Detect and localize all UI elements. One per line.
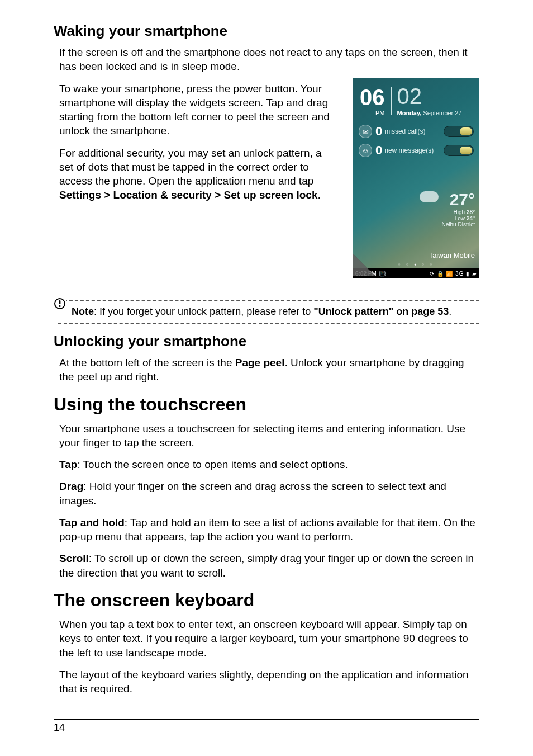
clock-date: Monday, September 27 bbox=[397, 110, 462, 116]
def-scroll: : To scroll up or down the screen, simpl… bbox=[59, 552, 474, 578]
note-tail: . bbox=[449, 306, 451, 317]
heading-touchscreen: Using the touchscreen bbox=[54, 394, 479, 415]
manual-page: Waking your smartphone If the screen is … bbox=[0, 0, 533, 756]
def-drag: : Hold your finger on the screen and dra… bbox=[59, 480, 446, 506]
signal-icon: ▮ bbox=[466, 271, 470, 277]
note-body: : If you forget your unlock pattern, ple… bbox=[94, 306, 313, 317]
missed-calls-count: 0 bbox=[375, 124, 382, 139]
clock-divider bbox=[391, 87, 392, 115]
note-text: Note: If you forget your unlock pattern,… bbox=[72, 306, 451, 317]
term-tap: Tap bbox=[59, 459, 77, 470]
weather-location: Neihu District bbox=[442, 221, 475, 228]
para-touch-drag: Drag: Hold your finger on the screen and… bbox=[54, 479, 479, 508]
missed-calls-row[interactable]: ✉ 0 missed call(s) bbox=[359, 124, 474, 139]
lock-screen-illustration: 06 PM 02 Monday, September 27 ✉ 0 missed… bbox=[353, 78, 479, 278]
sync-icon: ⟳ bbox=[430, 271, 435, 277]
clock-minute-col: 02 Monday, September 27 bbox=[397, 85, 462, 116]
heading-unlocking: Unlocking your smartphone bbox=[54, 333, 479, 350]
new-messages-row[interactable]: ☺ 0 new message(s) bbox=[359, 143, 474, 158]
new-messages-count: 0 bbox=[375, 143, 382, 158]
clock-ampm: PM bbox=[360, 110, 385, 116]
weather-temp: 27° bbox=[442, 190, 475, 209]
weather-widget: 27° High 28° Low 24° Neihu District bbox=[442, 190, 475, 228]
wifi-icon: 📶 bbox=[446, 271, 453, 277]
para-waking-3a: For additional security, you may set an … bbox=[59, 147, 322, 187]
para-kb-2: The layout of the keyboard varies slight… bbox=[54, 668, 479, 696]
lock-icon: 🔒 bbox=[437, 271, 444, 277]
carrier-label: Taiwan Mobile bbox=[429, 251, 475, 259]
weather-high-val: 28° bbox=[467, 209, 475, 215]
status-right: ⟳ 🔒 📶 3G ▮ ▰ bbox=[430, 271, 477, 277]
para-touch-scroll: Scroll: To scroll up or down the screen,… bbox=[54, 551, 479, 580]
heading-keyboard: The onscreen keyboard bbox=[54, 590, 479, 611]
note-callout: Note: If you forget your unlock pattern,… bbox=[54, 300, 479, 324]
network-label: 3G bbox=[455, 271, 464, 277]
para-unlocking-1: At the bottom left of the screen is the … bbox=[54, 356, 479, 384]
term-page-peel: Page peel bbox=[235, 357, 285, 368]
lockscreen-clock-row: 06 PM 02 Monday, September 27 bbox=[353, 78, 479, 120]
clock-hour: 06 bbox=[360, 86, 385, 108]
weather-low: Low 24° bbox=[442, 215, 475, 221]
missed-calls-slider[interactable] bbox=[444, 126, 474, 137]
term-taphold: Tap and hold bbox=[59, 517, 125, 528]
para-waking-1: If the screen is off and the smartphone … bbox=[54, 45, 479, 74]
weather-high-lbl: High bbox=[454, 209, 467, 215]
page-peel[interactable] bbox=[353, 254, 378, 278]
para-touch-1: Your smartphone uses a touchscreen for s… bbox=[54, 422, 479, 450]
weather-low-lbl: Low bbox=[455, 215, 467, 221]
new-messages-slider[interactable] bbox=[444, 145, 474, 156]
para-waking-3c: . bbox=[317, 189, 320, 201]
svg-rect-1 bbox=[59, 300, 61, 304]
clock-date-rest: September 27 bbox=[421, 110, 461, 116]
heading-waking: Waking your smartphone bbox=[54, 22, 479, 40]
term-scroll: Scroll bbox=[59, 552, 89, 564]
para-touch-tap: Tap: Touch the screen once to open items… bbox=[54, 457, 479, 471]
para-unlocking-1a: At the bottom left of the screen is the bbox=[59, 357, 235, 368]
para-waking-3: For additional security, you may set an … bbox=[54, 146, 339, 202]
weather-low-val: 24° bbox=[467, 215, 475, 221]
missed-calls-label: missed call(s) bbox=[384, 127, 444, 135]
clock-hour-col: 06 PM bbox=[360, 86, 385, 116]
note-xref[interactable]: "Unlock pattern" on page 53 bbox=[313, 306, 449, 317]
cloud-icon bbox=[420, 191, 439, 202]
message-icon: ☺ bbox=[359, 144, 372, 157]
note-label: Note bbox=[72, 306, 94, 317]
new-messages-label: new message(s) bbox=[384, 147, 444, 154]
clock-minute: 02 bbox=[397, 85, 462, 107]
vibrate-icon: 📳 bbox=[379, 271, 386, 277]
footer-rule bbox=[54, 719, 479, 720]
weather-high: High 28° bbox=[442, 209, 475, 215]
missed-call-icon: ✉ bbox=[359, 125, 372, 138]
clock-day: Monday, bbox=[397, 110, 422, 116]
term-drag: Drag bbox=[59, 480, 83, 492]
caution-icon bbox=[54, 297, 66, 310]
para-kb-1: When you tap a text box to enter text, a… bbox=[54, 617, 479, 660]
battery-icon: ▰ bbox=[472, 271, 477, 277]
def-tap: : Touch the screen once to open items an… bbox=[77, 459, 348, 470]
page-number: 14 bbox=[54, 722, 479, 734]
page-footer: 14 bbox=[54, 719, 479, 734]
svg-point-2 bbox=[59, 305, 60, 306]
settings-path: Settings > Location & security > Set up … bbox=[59, 189, 317, 201]
para-waking-2: To wake your smartphone, press the power… bbox=[54, 82, 339, 138]
para-touch-taphold: Tap and hold: Tap and hold an item to se… bbox=[54, 516, 479, 544]
